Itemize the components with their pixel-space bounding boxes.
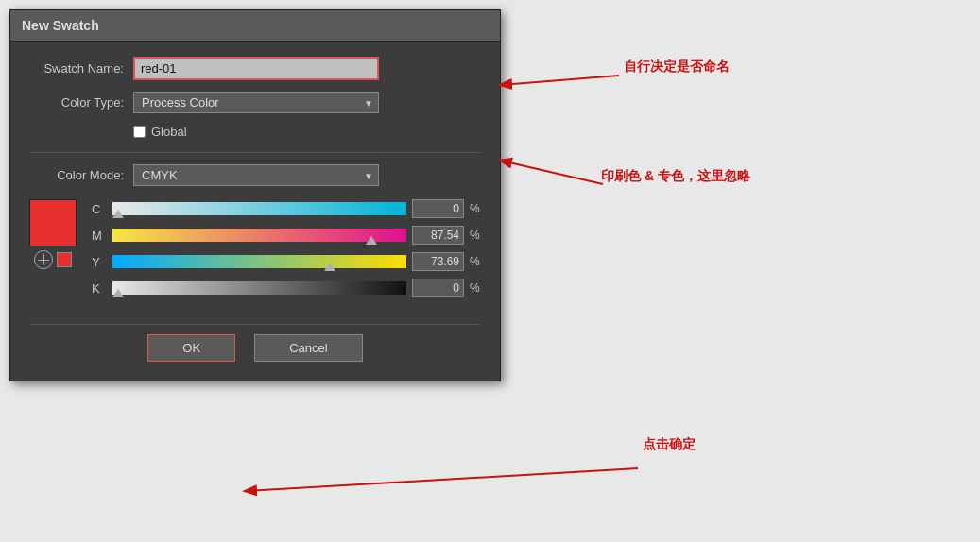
annotation-1: 自行决定是否命名 [624,59,730,76]
global-label: Global [151,125,187,139]
slider-track-c[interactable] [112,202,406,215]
slider-percent-k: % [470,281,481,295]
slider-label-y: Y [92,255,107,269]
svg-line-0 [501,76,619,85]
slider-label-c: C [92,202,107,216]
swatch-name-label: Swatch Name: [29,61,124,76]
color-swatch-icons [34,250,72,269]
global-checkbox[interactable] [133,126,146,138]
color-type-select[interactable]: Process Color Spot Color [133,92,379,113]
slider-percent-m: % [470,229,481,242]
slider-percent-y: % [470,255,481,268]
slider-label-k: K [92,281,107,296]
color-mode-label: Color Mode: [29,168,124,182]
global-row: Global [133,125,481,139]
annotation-3: 点击确定 [643,436,696,453]
divider [29,152,481,153]
cancel-button[interactable]: Cancel [254,334,362,362]
ok-button[interactable]: OK [147,334,235,362]
color-swatch-preview [29,199,77,246]
color-type-row: Color Type: Process Color Spot Color ▼ [29,92,481,113]
slider-label-m: M [92,229,107,243]
dialog-buttons: OK Cancel [29,324,481,362]
slider-row-c: C % [92,199,481,218]
slider-row-m: M % [92,226,481,245]
slider-input-y[interactable] [412,252,464,271]
slider-track-y[interactable] [112,255,406,268]
slider-thumb-m [366,236,377,245]
swatch-small-icon [57,252,72,267]
new-swatch-dialog: New Swatch Swatch Name: Color Type: Proc… [9,9,501,381]
swatch-name-row: Swatch Name: [29,57,481,80]
color-preview-area [29,199,77,269]
color-mode-row: Color Mode: CMYK RGB HSB ▼ [29,164,481,186]
svg-line-1 [501,161,603,184]
sliders-area: C % M % Y [92,199,481,305]
globe-icon [34,250,53,269]
slider-percent-c: % [470,202,481,215]
slider-track-k[interactable] [112,281,406,295]
slider-input-c[interactable] [412,199,464,218]
slider-input-k[interactable] [412,279,464,297]
swatch-name-input[interactable] [133,57,379,80]
color-mode-select[interactable]: CMYK RGB HSB [133,164,379,186]
dialog-body: Swatch Name: Color Type: Process Color S… [10,42,500,381]
color-type-label: Color Type: [29,95,124,110]
slider-track-m[interactable] [112,229,406,242]
color-section: C % M % Y [29,199,481,305]
svg-line-2 [246,468,638,491]
slider-row-y: Y % [92,252,481,271]
color-type-dropdown-container: Process Color Spot Color ▼ [133,92,379,113]
annotation-2: 印刷色 & 专色，这里忽略 [601,168,750,185]
slider-thumb-y [324,263,335,271]
slider-row-k: K % [92,279,481,297]
slider-thumb-k [112,289,124,297]
dialog-title: New Swatch [10,10,500,42]
slider-thumb-c [112,210,124,218]
slider-input-m[interactable] [412,226,464,245]
color-mode-dropdown-container: CMYK RGB HSB ▼ [133,164,379,186]
